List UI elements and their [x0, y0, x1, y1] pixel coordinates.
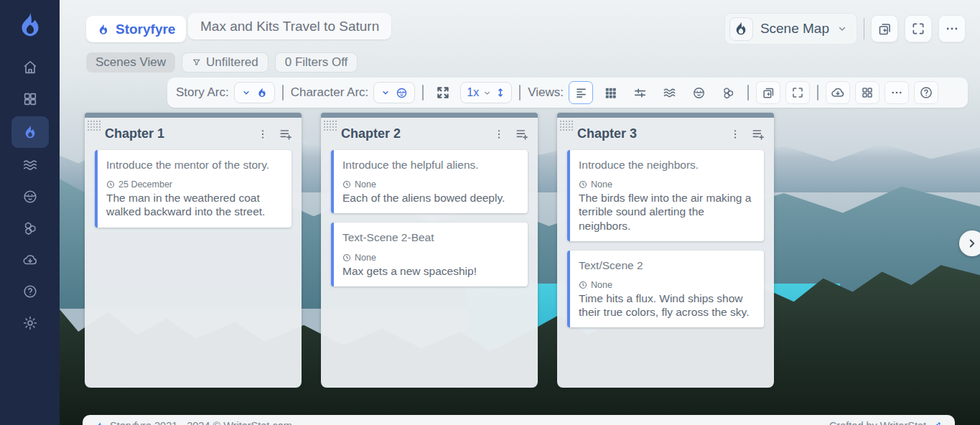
project-title[interactable]: Max and Kits Travel to Saturn: [188, 13, 391, 39]
sidebar-item-waves[interactable]: [11, 151, 49, 179]
clock-icon: [342, 180, 351, 189]
chevron-down-icon: [241, 88, 251, 98]
add-scene-button[interactable]: [515, 127, 529, 141]
duplicate-plus-button[interactable]: [871, 15, 898, 42]
view-grid-button[interactable]: [598, 81, 622, 104]
scene-title: Text-Scene 2-Beat: [342, 230, 519, 244]
duplicate-plus-button[interactable]: [756, 81, 780, 104]
chevron-down-icon: [836, 23, 848, 34]
views-label: Views:: [528, 85, 564, 100]
column-title: Chapter 1: [105, 126, 257, 141]
story-arc-label: Story Arc:: [176, 85, 229, 100]
sidebar-item-scenes[interactable]: [11, 116, 49, 148]
sidebar-item-settings[interactable]: [11, 309, 49, 337]
story-arc-dropdown[interactable]: [234, 82, 275, 103]
view-waves-button[interactable]: [657, 81, 681, 104]
scene-card[interactable]: Introduce the neighbors. None The birds …: [567, 150, 764, 241]
pencil-edit-icon[interactable]: [931, 421, 942, 425]
kebab-menu-icon: [493, 129, 505, 140]
divider: [747, 85, 749, 101]
kebab-menu-icon: [257, 129, 269, 140]
column-title: Chapter 2: [341, 126, 493, 141]
fullscreen-button[interactable]: [905, 15, 932, 42]
view-characters-button[interactable]: [686, 81, 711, 104]
help-button[interactable]: [914, 81, 938, 104]
scenes-view-pill[interactable]: Scenes View: [86, 52, 175, 73]
scene-card[interactable]: Text/Scene 2 None Time hits a flux. Wind…: [567, 251, 764, 328]
storyfyre-brand-button[interactable]: Storyfyre: [86, 16, 186, 42]
divider: [422, 85, 424, 101]
add-scene-button[interactable]: [751, 127, 765, 141]
character-arc-dropdown[interactable]: [373, 82, 415, 103]
sidebar-item-home[interactable]: [11, 53, 49, 82]
waves-icon: [663, 86, 676, 100]
column-menu-button[interactable]: [493, 129, 505, 140]
character-arc-label: Character Arc:: [291, 85, 369, 100]
flame-icon: [97, 22, 110, 37]
more-options-button[interactable]: [885, 81, 909, 104]
scene-title: Introduce the mentor of the story.: [106, 158, 283, 172]
divider: [817, 85, 818, 101]
add-scene-button[interactable]: [279, 127, 293, 141]
cloud-download-icon: [831, 85, 845, 100]
clock-icon: [106, 180, 115, 189]
sliders-icon: [633, 86, 647, 100]
drag-handle[interactable]: [323, 120, 337, 131]
filter-icon: [192, 57, 202, 67]
expand-board-button[interactable]: [431, 81, 455, 104]
view-sliders-button[interactable]: [627, 81, 652, 104]
column-menu-button[interactable]: [257, 129, 269, 140]
scene-board: Chapter 1 Introduce the mentor of the st…: [85, 113, 774, 388]
view-mode-selector[interactable]: Scene Map: [724, 13, 857, 45]
drag-handle[interactable]: [559, 120, 573, 131]
clock-icon: [579, 180, 587, 189]
character-face-icon: [396, 87, 408, 99]
list-lines-icon: [574, 86, 588, 100]
grid-2x2-icon: [861, 86, 874, 99]
cloud-download-button[interactable]: [826, 81, 850, 104]
scene-time: 25 December: [118, 179, 172, 190]
chevron-down-icon: [482, 88, 492, 98]
hexagon-cluster-icon: [722, 86, 735, 100]
scene-toolbar: Story Arc: Character Arc: 1x Views:: [167, 78, 968, 108]
unfiltered-pill[interactable]: Unfiltered: [182, 52, 269, 73]
scene-time: None: [355, 179, 376, 190]
sidebar-item-help[interactable]: [11, 277, 49, 306]
grid-3x3-icon: [604, 86, 617, 100]
drag-handle[interactable]: [87, 120, 101, 131]
scene-time: None: [591, 280, 612, 290]
scene-card[interactable]: Introduce the mentor of the story. 25 De…: [95, 150, 291, 228]
duplicate-plus-icon: [762, 86, 775, 100]
grid-2x2-button[interactable]: [855, 81, 879, 104]
column-menu-button[interactable]: [729, 129, 741, 140]
sidebar-item-sync[interactable]: [11, 246, 49, 274]
scene-card[interactable]: Text-Scene 2-Beat None Max gets a new sp…: [331, 223, 528, 286]
view-mode-label: Scene Map: [760, 21, 829, 37]
scene-body: The man in the weathered coat walked bac…: [106, 191, 283, 218]
divider: [864, 18, 864, 39]
playlist-add-icon: [279, 127, 293, 141]
dashboard-grid-icon: [22, 91, 38, 107]
sidebar-item-characters[interactable]: [11, 182, 49, 211]
flame-icon: [729, 17, 753, 41]
view-plot-button[interactable]: [716, 81, 740, 104]
column-title: Chapter 3: [577, 126, 729, 141]
clock-icon: [579, 281, 587, 289]
filter-pills: Scenes View Unfiltered 0 Filters Off: [86, 52, 358, 73]
kebab-menu-icon: [729, 129, 741, 140]
zoom-level-selector[interactable]: 1x: [460, 82, 512, 103]
fullscreen-button[interactable]: [785, 81, 810, 104]
chapter-column: Chapter 1 Introduce the mentor of the st…: [85, 113, 302, 388]
sidebar-item-dashboard[interactable]: [11, 85, 49, 113]
footer-bar: Storyfyre 2021 - 2024 © WriterStat.com C…: [83, 415, 955, 425]
scene-card[interactable]: Introduce the helpful aliens. None Each …: [331, 150, 528, 213]
filters-off-pill[interactable]: 0 Filters Off: [275, 52, 358, 73]
fullscreen-icon: [911, 22, 925, 36]
playlist-add-icon: [751, 127, 765, 141]
footer-crafted: Crafted by WriterStat: [829, 420, 926, 425]
scene-time: None: [591, 179, 612, 190]
sidebar-item-plot[interactable]: [11, 214, 49, 243]
view-list-button[interactable]: [569, 81, 593, 104]
more-options-button[interactable]: [938, 15, 966, 42]
scroll-right-button[interactable]: [959, 230, 980, 256]
